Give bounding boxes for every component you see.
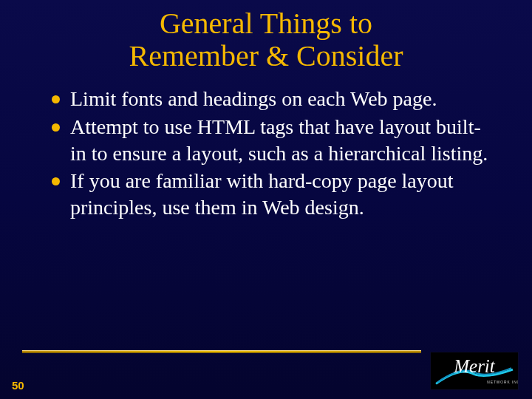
bullet-icon bbox=[52, 123, 60, 132]
svg-text:Merit: Merit bbox=[453, 356, 496, 376]
bullet-text: Limit fonts and headings on each Web pag… bbox=[70, 86, 437, 112]
divider bbox=[22, 350, 421, 353]
slide-footer: 50 Merit NETWORK INC bbox=[0, 340, 532, 399]
title-line-2: Remember & Consider bbox=[129, 39, 403, 72]
title-line-1: General Things to bbox=[160, 7, 372, 40]
bullet-text: Attempt to use HTML tags that have layou… bbox=[70, 114, 495, 167]
slide-title: General Things to Remember & Consider bbox=[0, 0, 532, 86]
svg-text:NETWORK INC: NETWORK INC bbox=[487, 381, 518, 384]
page-number: 50 bbox=[12, 379, 24, 392]
logo: Merit NETWORK INC bbox=[430, 352, 519, 390]
bullet-list: Limit fonts and headings on each Web pag… bbox=[0, 86, 532, 221]
bullet-text: If you are familiar with hard-copy page … bbox=[70, 168, 495, 221]
list-item: Attempt to use HTML tags that have layou… bbox=[52, 114, 495, 167]
list-item: Limit fonts and headings on each Web pag… bbox=[52, 86, 495, 112]
list-item: If you are familiar with hard-copy page … bbox=[52, 168, 495, 221]
bullet-icon bbox=[52, 95, 60, 103]
bullet-icon bbox=[52, 177, 60, 185]
